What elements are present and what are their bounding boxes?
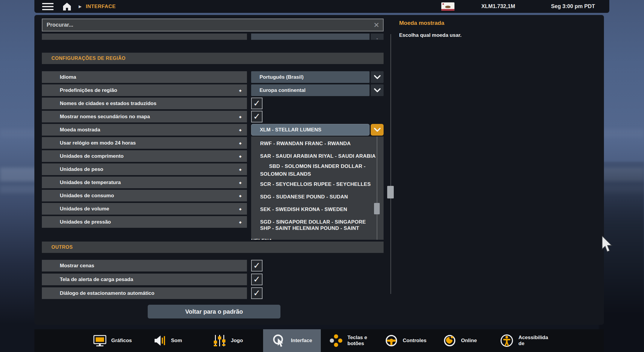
tab-label: Controles <box>403 338 426 344</box>
modified-diamond-icon: ◆ <box>239 88 242 92</box>
tab-jogo[interactable]: Jogo <box>209 329 263 352</box>
setting-label[interactable]: Moeda mostrada◆ <box>42 124 247 136</box>
checkbox[interactable]: ✓ <box>251 274 263 285</box>
setting-control: ✓ <box>251 274 384 285</box>
checkbox[interactable]: ✓ <box>251 260 263 271</box>
modified-diamond-icon: ◆ <box>239 220 242 224</box>
currency-option[interactable]: SCR - SEYCHELLOIS RUPEE - SEYCHELLES <box>251 178 384 191</box>
tab-label: Jogo <box>231 338 243 344</box>
setting-control: ✓ <box>251 98 384 109</box>
setting-label[interactable]: Mostrar cenas <box>42 260 247 271</box>
dropdown-value[interactable]: Europa continental <box>251 84 370 96</box>
search-box[interactable]: ✕ <box>42 19 384 31</box>
top-bar: ▶ INTERFACE XLM1.732,1M Seg 3:00 pm PDT <box>34 0 609 13</box>
game-clock: Seg 3:00 pm PDT <box>551 3 595 10</box>
setting-label[interactable]: Unidades de comprimento◆ <box>42 150 247 162</box>
section-header-outros: OUTROS <box>42 242 384 253</box>
setting-label[interactable]: Tela de alerta de carga pesada <box>42 274 247 285</box>
setting-control: ✓ <box>251 260 384 271</box>
modified-diamond-icon: ◆ <box>239 167 242 171</box>
tab-label: Online <box>461 338 477 344</box>
scene-truck-shadow <box>599 162 644 352</box>
chevron-down-icon[interactable] <box>371 84 384 96</box>
dropdown-scrollbar-track[interactable] <box>377 136 377 240</box>
currency-option[interactable]: SAR - SAUDI ARABIAN RIYAL - SAUDI ARABIA <box>251 150 384 163</box>
setting-label[interactable]: Unidades de pressão◆ <box>42 216 247 228</box>
setting-row: Predefinições de região◆Europa continent… <box>42 84 384 96</box>
chevron-down-icon[interactable]: ⌄ <box>371 34 384 40</box>
chevron-down-icon[interactable] <box>371 124 384 136</box>
clear-search-icon[interactable]: ✕ <box>370 22 383 29</box>
monitor-icon <box>93 333 107 348</box>
currency-option[interactable]: RWF - RWANDAN FRANC - RWANDA <box>251 137 384 150</box>
setting-control: Europa continental <box>251 84 384 96</box>
setting-row: Moeda mostrada◆XLM - STELLAR LUMENS <box>42 124 384 136</box>
breadcrumb: INTERFACE <box>86 4 116 10</box>
dropdown-value[interactable]: Português (Brasil) <box>251 71 370 83</box>
currency-option[interactable]: SBD - SOLOMON ISLANDER DOLLAR - SOLOMON … <box>251 163 384 178</box>
setting-label[interactable]: Unidades de peso◆ <box>42 163 247 175</box>
modified-diamond-icon: ◆ <box>239 154 242 158</box>
setting-label[interactable]: Mostrar nomes secundários no mapa◆ <box>42 111 247 122</box>
tab-label: Som <box>171 338 182 344</box>
tab-interface[interactable]: Interface <box>263 329 321 352</box>
tab-label: Acessibilida de <box>518 335 550 346</box>
setting-control: Português (Brasil) <box>251 71 384 83</box>
menu-icon[interactable] <box>42 3 54 10</box>
modified-diamond-icon: ◆ <box>239 128 242 132</box>
setting-control: ✓ <box>251 287 384 299</box>
dropdown-value[interactable]: XLM - STELLAR LUMENS <box>251 124 370 136</box>
settings-tab-bar: GráficosSomJogoInterfaceTeclas e botõesC… <box>34 329 604 352</box>
modified-diamond-icon: ◆ <box>239 207 242 211</box>
tab-controles[interactable]: Controles <box>381 329 444 352</box>
setting-label[interactable]: Idioma <box>42 71 247 83</box>
california-flag-icon <box>441 2 454 11</box>
modified-diamond-icon: ◆ <box>239 141 242 145</box>
page-scrollbar-track[interactable] <box>390 34 391 294</box>
checkbox[interactable]: ✓ <box>251 98 263 109</box>
settings-panel: ✕ ⌄ CONFIGURAÇÕES DE REGIÃO IdiomaPortug… <box>34 15 604 325</box>
setting-info-title: Moeda mostrada <box>399 20 444 26</box>
tab-teclas-e-bot-es[interactable]: Teclas e botões <box>326 329 387 352</box>
setting-row: Nomes de cidades e estados traduzidos✓ <box>42 98 384 109</box>
setting-row: IdiomaPortuguês (Brasil) <box>42 71 384 83</box>
setting-label[interactable]: Unidades de temperatura◆ <box>42 177 247 188</box>
checkbox[interactable]: ✓ <box>251 111 263 122</box>
tab-label: Gráficos <box>111 338 132 344</box>
breadcrumb-arrow-icon: ▶ <box>79 4 82 9</box>
checkbox[interactable]: ✓ <box>251 287 263 299</box>
setting-label[interactable]: Predefinições de região◆ <box>42 84 247 96</box>
modified-diamond-icon: ◆ <box>239 194 242 198</box>
setting-label[interactable]: Diálogo de estacionamento automático <box>42 287 247 299</box>
setting-label[interactable]: Unidades de consumo◆ <box>42 190 247 201</box>
search-input[interactable] <box>42 22 370 28</box>
gamepad-buttons-icon <box>329 333 343 348</box>
currency-option[interactable]: SEK - SWEDISH KRONA - SWEDEN <box>251 203 384 216</box>
setting-row: Mostrar cenas✓ <box>42 260 384 271</box>
currency-option[interactable]: SHP - SAINT HELENIAN POUND - SAINT HELEN… <box>251 228 384 240</box>
pointer-icon <box>272 333 287 348</box>
globe-icon <box>442 333 457 348</box>
mouse-cursor <box>602 236 614 254</box>
currency-balance: XLM1.732,1M <box>481 3 515 10</box>
setting-control: XLM - STELLAR LUMENS <box>251 124 384 136</box>
tab-label: Interface <box>291 338 312 344</box>
setting-label[interactable]: Unidades de volume◆ <box>42 203 247 215</box>
sliders-icon <box>212 333 227 348</box>
tab-acessibilida-de[interactable]: Acessibilida de <box>496 329 570 352</box>
steering-wheel-icon <box>384 333 399 348</box>
home-icon[interactable] <box>62 2 72 11</box>
currency-option[interactable]: SDG - SUDANESE POUND - SUDAN <box>251 191 384 203</box>
reset-to-default-button[interactable]: Voltar para o padrão <box>148 305 280 318</box>
dropdown-scrollbar-thumb[interactable] <box>374 203 380 214</box>
setting-label[interactable]: Nomes de cidades e estados traduzidos <box>42 98 247 109</box>
setting-row: Diálogo de estacionamento automático✓ <box>42 287 384 299</box>
chevron-down-icon[interactable] <box>371 71 384 83</box>
tab-online[interactable]: Online <box>439 329 496 352</box>
modified-diamond-icon: ◆ <box>239 115 242 119</box>
tab-som[interactable]: Som <box>149 329 205 352</box>
speaker-icon <box>152 333 167 348</box>
setting-label[interactable]: Usar relógio em modo 24 horas◆ <box>42 137 247 149</box>
outros-rows: Mostrar cenas✓Tela de alerta de carga pe… <box>42 260 384 301</box>
page-scrollbar-thumb[interactable] <box>387 186 394 198</box>
